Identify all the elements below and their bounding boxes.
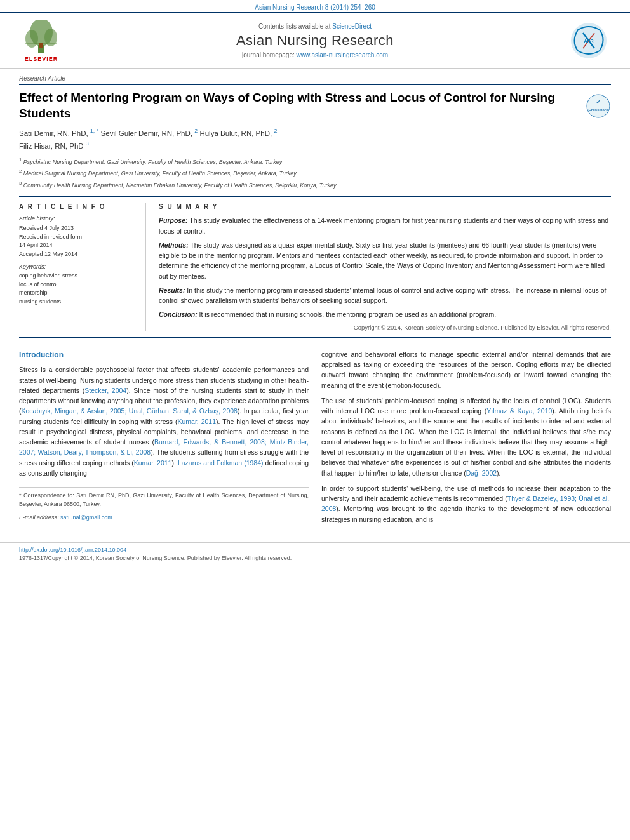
results-label: Results: [159, 286, 185, 294]
body-left-col: Introduction Stress is a considerable ps… [19, 349, 309, 530]
issn-line: 1976-1317/Copyright © 2014, Korean Socie… [19, 555, 611, 561]
info-summary-row: A R T I C L E I N F O Article history: R… [19, 196, 611, 337]
keywords-list: coping behavior, stress locus of control… [19, 272, 133, 306]
copyright: Copyright © 2014, Korean Society of Nurs… [159, 324, 611, 331]
footnote-correspondence: * Correspondence to: Satı Demir RN, PhD,… [19, 491, 309, 509]
summary-text: Purpose: This study evaluated the effect… [159, 215, 611, 319]
methods-label: Methods: [159, 241, 189, 249]
intro-para-1: Stress is a considerable psychosocial fa… [19, 364, 309, 478]
homepage-line: journal homepage: www.asian-nursingresea… [83, 51, 547, 58]
right-para-1: cognitive and behavioral efforts to mana… [321, 349, 611, 390]
methods-para: Methods: The study was designed as a qua… [159, 240, 611, 281]
doi-link[interactable]: http://dx.doi.org/10.1016/j.anr.2014.10.… [19, 547, 126, 553]
footnote-email: E-mail address: satıunal@gmail.com [19, 514, 309, 523]
keywords-label: Keywords: [19, 263, 133, 270]
homepage-url[interactable]: www.asian-nursingresearch.com [297, 51, 389, 58]
doi-line: http://dx.doi.org/10.1016/j.anr.2014.10.… [19, 547, 611, 553]
affiliation-1: 1 Psychiatric Nursing Department, Gazi U… [19, 156, 611, 167]
journal-logo-icon: ANR [565, 20, 613, 62]
svg-text:CrossMark: CrossMark [588, 108, 608, 112]
purpose-label: Purpose: [159, 217, 188, 224]
affiliation-3: 3 Community Health Nursing Department, N… [19, 180, 611, 190]
kocab-ref[interactable]: Kocabıyık, Mingan, & Arslan, 2005; Ünal,… [22, 407, 238, 415]
author-2: Sevil Güler Demir, RN, PhD, 2 [101, 130, 198, 137]
article-type: Research Article [19, 75, 611, 85]
crossmark-icon[interactable]: ✓ CrossMark [586, 93, 611, 119]
journal-center: Contents lists available at ScienceDirec… [70, 23, 560, 58]
journal-title: Asian Nursing Research [83, 32, 547, 49]
contents-line: Contents lists available at ScienceDirec… [83, 23, 547, 30]
body-right-col: cognitive and behavioral efforts to mana… [321, 349, 611, 530]
author-4: Filiz Hisar, RN, PhD 3 [19, 142, 89, 150]
history-label: Article history: [19, 215, 133, 222]
conclusion-text: It is recommended that in nursing school… [199, 310, 497, 318]
svg-text:✓: ✓ [596, 98, 601, 105]
body-section: Introduction Stress is a considerable ps… [19, 349, 611, 530]
email-link[interactable]: satıunal@gmail.com [60, 514, 112, 521]
received-date: Received 4 July 2013 Received in revised… [19, 224, 133, 258]
conclusion-label: Conclusion: [159, 310, 198, 318]
lazarus-ref[interactable]: Lazarus and Folkman (1984) [178, 459, 264, 467]
results-text: In this study the mentoring program incr… [159, 286, 607, 304]
article-title-text: Effect of Mentoring Program on Ways of C… [19, 90, 586, 121]
right-para-2: The use of students' problem-focused cop… [321, 396, 611, 478]
conclusion-para: Conclusion: It is recommended that in nu… [159, 309, 611, 319]
main-content: Research Article Effect of Mentoring Pro… [0, 69, 630, 536]
journal-header: ELSEVIER Contents lists available at Sci… [0, 12, 630, 69]
article-title-row: Effect of Mentoring Program on Ways of C… [19, 90, 611, 121]
sciencedirect-link[interactable]: ScienceDirect [332, 23, 372, 30]
summary-header: S U M M A R Y [159, 203, 611, 210]
purpose-text: This study evaluated the effectiveness o… [159, 217, 608, 234]
introduction-title: Introduction [19, 349, 309, 361]
right-para-3: In order to support students' well-being… [321, 483, 611, 524]
author-3: Hülya Bulut, RN, PhD, 2 [199, 130, 277, 137]
author-1: Satı Demir, RN, PhD, 1, * [19, 130, 98, 137]
yilmaz-ref[interactable]: Yılmaz & Kaya, 2010 [486, 407, 552, 415]
elsevier-tree-icon [19, 20, 64, 55]
svg-text:ANR: ANR [584, 39, 593, 43]
article-info-col: A R T I C L E I N F O Article history: R… [19, 203, 146, 330]
page-bottom: http://dx.doi.org/10.1016/j.anr.2014.10.… [0, 542, 630, 565]
revised-date: Received in revised form14 April 2014 [19, 233, 133, 250]
elsevier-label: ELSEVIER [25, 56, 58, 62]
kumar-ref-1[interactable]: Kumar, 2011 [178, 418, 217, 425]
affiliations: 1 Psychiatric Nursing Department, Gazi U… [19, 156, 611, 190]
top-bar: Asian Nursing Research 8 (2014) 254–260 [0, 0, 630, 12]
footnote-area: * Correspondence to: Satı Demir RN, PhD,… [19, 487, 309, 523]
burnard-ref[interactable]: Burnard, Edwards, & Bennett, 2008; Mintz… [19, 438, 309, 456]
affiliation-2: 2 Medical Surgical Nursing Department, G… [19, 168, 611, 178]
results-para: Results: In this study the mentoring pro… [159, 285, 611, 306]
article-info-header: A R T I C L E I N F O [19, 203, 133, 210]
elsevier-logo: ELSEVIER [13, 20, 70, 62]
stecker-ref[interactable]: Stecker, 2004 [84, 387, 126, 394]
journal-logo: ANR [560, 18, 617, 63]
kumar-ref-2[interactable]: Kumar, 2011 [134, 459, 172, 467]
page: Asian Nursing Research 8 (2014) 254–260 … [0, 0, 630, 840]
methods-text: The study was designed as a quasi-experi… [159, 241, 605, 280]
purpose-para: Purpose: This study evaluated the effect… [159, 215, 611, 236]
svg-rect-5 [39, 43, 43, 48]
dag-ref[interactable]: Dağ, 2002 [466, 469, 497, 477]
journal-ref: Asian Nursing Research 8 (2014) 254–260 [255, 4, 375, 11]
thyer-ref[interactable]: Thyer & Bazeley, 1993; Ünal et al., 2008 [321, 495, 611, 512]
authors: Satı Demir, RN, PhD, 1, * Sevil Güler De… [19, 126, 611, 152]
svg-point-2 [25, 30, 38, 48]
summary-col: S U M M A R Y Purpose: This study evalua… [146, 203, 611, 330]
